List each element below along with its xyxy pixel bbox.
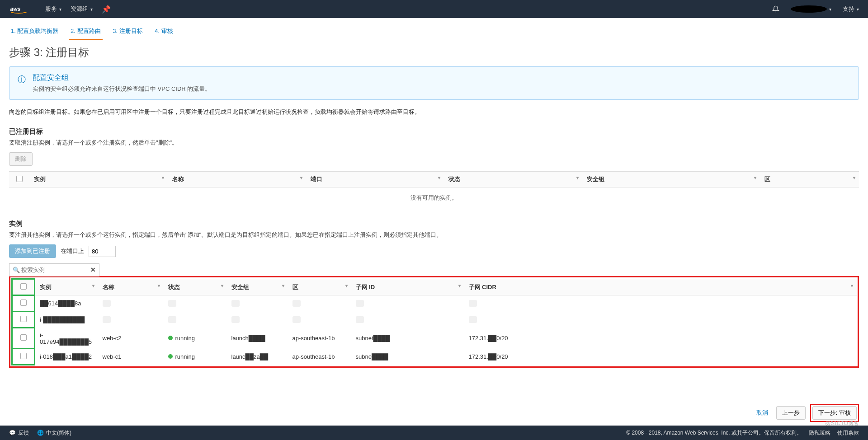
nav-support-label: 支持 — [843, 5, 854, 13]
row-checkbox[interactable] — [20, 316, 27, 322]
cell-subnet: ██ — [356, 316, 364, 323]
col-name[interactable]: 名称▾ — [168, 172, 306, 187]
sort-caret-icon: ▾ — [851, 283, 853, 288]
clear-icon[interactable]: ✕ — [90, 266, 96, 273]
cell-instance: i-██████████ — [35, 312, 98, 328]
nav-services-label: 服务 — [45, 5, 57, 13]
cell-cidr: 172.31.██0/20 — [464, 349, 857, 365]
col-sg[interactable]: 安全组▾ — [227, 279, 288, 295]
cell-sg: ██ — [231, 316, 240, 323]
cell-subnet: ██ — [356, 300, 364, 307]
pin-icon[interactable]: 📌 — [102, 5, 111, 14]
nav-resource-groups[interactable]: 资源组 ▾ — [71, 5, 93, 13]
col-cidr[interactable]: 子网 CIDR▾ — [464, 279, 857, 295]
sort-caret-icon: ▾ — [853, 175, 855, 180]
sort-caret-icon: ▾ — [162, 175, 164, 180]
cell-name: web-c1 — [98, 349, 164, 365]
cell-instance: i-017e94███████5 — [35, 328, 98, 349]
col-zone[interactable]: 区▾ — [288, 279, 351, 295]
port-input[interactable] — [89, 246, 116, 257]
sort-caret-icon: ▾ — [221, 283, 223, 288]
col-sg[interactable]: 安全组▾ — [582, 172, 760, 187]
select-all-col[interactable] — [9, 172, 29, 187]
col-status[interactable]: 状态▾ — [164, 279, 227, 295]
step-1[interactable]: 1. 配置负载均衡器 — [9, 23, 60, 39]
cell-cidr: ██ — [469, 300, 477, 307]
svg-text:aws: aws — [10, 6, 21, 12]
cell-subnet: subnet████ — [351, 328, 464, 349]
col-port[interactable]: 端口▾ — [306, 172, 444, 187]
sort-caret-icon: ▾ — [458, 283, 461, 288]
cell-cidr: 172.31.██0/20 — [464, 328, 857, 349]
cell-sg: launc██za██ — [227, 349, 288, 365]
table-row[interactable]: i-██████████ ██ ██ ██ ██ ██ ██ — [12, 312, 857, 328]
sort-caret-icon: ▾ — [92, 283, 94, 288]
instances-title: 实例 — [9, 220, 859, 228]
table-row[interactable]: i-017e94███████5 web-c2 running launch██… — [12, 328, 857, 349]
col-instance[interactable]: 实例▾ — [29, 172, 168, 187]
info-title: 配置安全组 — [33, 73, 211, 83]
step-4[interactable]: 4. 审核 — [153, 23, 175, 39]
info-icon: ⓘ — [18, 74, 26, 93]
step-2[interactable]: 2. 配置路由 — [69, 23, 102, 40]
nav-account[interactable]: ▾ — [791, 5, 831, 13]
nav-resource-groups-label: 资源组 — [71, 5, 88, 13]
page-description: 向您的目标组注册目标。如果您在已启用可用区中注册一个目标，只要注册过程完成且此目… — [9, 108, 859, 116]
row-checkbox[interactable] — [20, 334, 27, 341]
delete-button[interactable]: 删除 — [9, 152, 33, 166]
instances-desc: 要注册其他实例，请选择一个或多个运行实例，指定端口，然后单击"添加"。默认端口是… — [9, 231, 859, 239]
table-row[interactable]: ██614████8a ██ ██ ██ ██ ██ ██ — [12, 295, 857, 312]
cell-sg: ██ — [231, 300, 240, 307]
cell-zone: ██ — [292, 300, 301, 307]
select-all-checkbox[interactable] — [20, 283, 27, 290]
col-zone[interactable]: 区▾ — [760, 172, 859, 187]
table-row[interactable]: i-018███a1████2 web-c1 running launc██za… — [12, 349, 857, 365]
registered-table: 实例▾ 名称▾ 端口▾ 状态▾ 安全组▾ 区▾ 没有可用的实例。 — [9, 171, 859, 208]
sort-caret-icon: ▾ — [438, 175, 440, 180]
select-all-checkbox[interactable] — [16, 176, 23, 182]
sort-caret-icon: ▾ — [345, 283, 348, 288]
select-all-col[interactable] — [12, 279, 35, 295]
sort-caret-icon: ▾ — [282, 283, 284, 288]
col-name[interactable]: 名称▾ — [98, 279, 164, 295]
instances-highlighted-area: 实例▾ 名称▾ 状态▾ 安全组▾ 区▾ 子网 ID▾ 子网 CIDR▾ ██61… — [9, 276, 859, 368]
account-name-blur — [791, 5, 827, 13]
registered-desc: 要取消注册实例，请选择一个或多个注册实例，然后单击"删除"。 — [9, 139, 859, 147]
cell-instance: i-018███a1████2 — [35, 349, 98, 365]
add-to-registered-button[interactable]: 添加到已注册 — [9, 244, 56, 258]
sort-caret-icon: ▾ — [300, 175, 302, 180]
step-3[interactable]: 3. 注册目标 — [111, 23, 144, 39]
col-instance[interactable]: 实例▾ — [35, 279, 98, 295]
instances-table: 实例▾ 名称▾ 状态▾ 安全组▾ 区▾ 子网 ID▾ 子网 CIDR▾ ██61… — [11, 278, 857, 365]
row-checkbox[interactable] — [20, 353, 27, 359]
search-input[interactable] — [9, 263, 99, 276]
cell-status: running — [164, 328, 227, 349]
cell-name: web-c2 — [98, 328, 164, 349]
top-nav-bar: aws 服务 ▾ 资源组 ▾ 📌 ▾ 支持 ▾ — [0, 0, 868, 18]
cell-cidr: ██ — [469, 316, 477, 323]
nav-support[interactable]: 支持 ▾ — [843, 5, 859, 13]
cell-subnet: subne████ — [351, 349, 464, 365]
row-checkbox[interactable] — [20, 300, 27, 306]
status-dot-icon — [168, 354, 173, 359]
search-icon: 🔍 — [13, 267, 20, 273]
nav-services[interactable]: 服务 ▾ — [45, 5, 61, 13]
col-status[interactable]: 状态▾ — [444, 172, 582, 187]
aws-logo[interactable]: aws — [9, 4, 32, 15]
sort-caret-icon: ▾ — [754, 175, 756, 180]
empty-message: 没有可用的实例。 — [9, 187, 859, 209]
status-dot-icon — [168, 336, 173, 340]
sort-caret-icon: ▾ — [158, 283, 160, 288]
col-subnet[interactable]: 子网 ID▾ — [351, 279, 464, 295]
cell-zone: ap-southeast-1b — [288, 328, 351, 349]
chevron-down-icon: ▾ — [59, 7, 61, 12]
wizard-steps: 1. 配置负载均衡器 2. 配置路由 3. 注册目标 4. 审核 — [0, 18, 868, 41]
cell-sg: launch████ — [227, 328, 288, 349]
page-title: 步骤 3: 注册目标 — [9, 45, 859, 60]
sort-caret-icon: ▾ — [576, 175, 579, 180]
cell-instance: ██614████8a — [35, 295, 98, 312]
bell-icon[interactable] — [772, 5, 779, 13]
cell-name: ██ — [103, 300, 111, 307]
cell-status: running — [164, 349, 227, 365]
chevron-down-icon: ▾ — [829, 7, 831, 12]
